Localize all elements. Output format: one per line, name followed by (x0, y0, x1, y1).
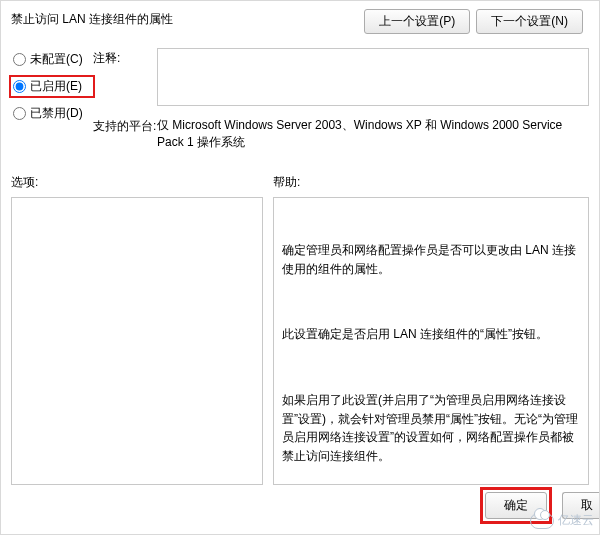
radio-enabled-label: 已启用(E) (30, 78, 82, 95)
help-paragraph: 此设置确定是否启用 LAN 连接组件的“属性”按钮。 (282, 325, 580, 344)
options-heading: 选项: (11, 174, 273, 191)
radio-disabled[interactable]: 已禁用(D) (11, 104, 93, 123)
comment-label: 注释: (93, 48, 157, 106)
platform-text: 仅 Microsoft Windows Server 2003、Windows … (157, 116, 589, 152)
cancel-button[interactable]: 取 (562, 492, 599, 519)
next-setting-button[interactable]: 下一个设置(N) (476, 9, 583, 34)
comment-textarea[interactable] (157, 48, 589, 106)
ok-highlight: 确定 (480, 487, 552, 524)
radio-not-configured-input[interactable] (13, 53, 26, 66)
radio-not-configured-label: 未配置(C) (30, 51, 83, 68)
options-panel (11, 197, 263, 485)
radio-disabled-label: 已禁用(D) (30, 105, 83, 122)
platform-label: 支持的平台: (93, 116, 157, 152)
radio-disabled-input[interactable] (13, 107, 26, 120)
radio-enabled-input[interactable] (13, 80, 26, 93)
policy-title: 禁止访问 LAN 连接组件的属性 (11, 12, 173, 26)
help-panel: 确定管理员和网络配置操作员是否可以更改由 LAN 连接使用的组件的属性。 此设置… (273, 197, 589, 485)
help-heading: 帮助: (273, 174, 589, 191)
help-paragraph: 如果启用了此设置(并启用了“为管理员启用网络连接设置”设置)，就会针对管理员禁用… (282, 391, 580, 465)
prev-setting-button[interactable]: 上一个设置(P) (364, 9, 470, 34)
help-paragraph: 确定管理员和网络配置操作员是否可以更改由 LAN 连接使用的组件的属性。 (282, 241, 580, 278)
ok-button[interactable]: 确定 (485, 492, 547, 519)
radio-enabled[interactable]: 已启用(E) (9, 75, 95, 98)
radio-not-configured[interactable]: 未配置(C) (11, 50, 93, 69)
